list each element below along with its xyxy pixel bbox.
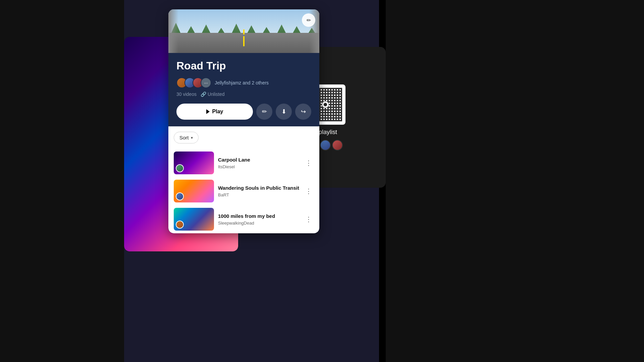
playlist-title: Road Trip	[176, 60, 311, 72]
more-avatars-button[interactable]: ···	[201, 77, 211, 88]
thumbnail-3	[174, 208, 214, 231]
more-icon-2: ⋮	[305, 187, 312, 195]
video-info-2: Wandering Souls in Public Transit BaRT	[218, 185, 299, 197]
more-menu-button-3[interactable]: ⋮	[303, 214, 314, 225]
thumb-avatar-2	[176, 192, 184, 200]
video-title-1: Carpool Lane	[218, 157, 299, 163]
bg-right	[386, 0, 644, 362]
more-menu-button-2[interactable]: ⋮	[303, 186, 314, 196]
rp-avatar-3	[332, 140, 343, 150]
sort-button[interactable]: Sort ▾	[174, 132, 199, 143]
thumbnail-1	[174, 152, 214, 174]
play-label: Play	[212, 109, 223, 115]
play-icon	[206, 109, 210, 114]
video-count: 30 videos	[176, 92, 197, 97]
avatar-stack: ···	[176, 77, 211, 88]
privacy-badge: 🔗 Unlisted	[201, 92, 225, 97]
privacy-label: Unlisted	[208, 92, 225, 97]
download-icon: ⬇	[281, 108, 286, 115]
collaborator-names: Jellyfishjamz and 2 others	[215, 80, 269, 85]
thumbnail-2	[174, 180, 214, 202]
download-button[interactable]: ⬇	[276, 104, 292, 120]
more-icon-3: ⋮	[305, 215, 312, 223]
share-button[interactable]: ↪	[295, 104, 311, 120]
rp-avatar-2	[320, 140, 331, 150]
thumb-avatar-1	[176, 164, 184, 172]
more-icon-1: ⋮	[305, 159, 312, 167]
qr-center	[322, 101, 329, 108]
pencil-icon: ✏	[307, 17, 311, 23]
action-row: Play ✏ ⬇ ↪	[176, 104, 311, 126]
edit-hero-button[interactable]: ✏	[302, 13, 315, 27]
list-section: Sort ▾ Carpool Lane ItsDiesel ⋮	[168, 126, 319, 233]
collab-row: ··· Jellyfishjamz and 2 others	[176, 77, 311, 88]
video-author-1: ItsDiesel	[218, 164, 299, 169]
video-info-1: Carpool Lane ItsDiesel	[218, 157, 299, 169]
video-item-3[interactable]: 1000 miles from my bed SleepwalkingDead …	[168, 205, 319, 233]
video-author-3: SleepwalkingDead	[218, 221, 299, 226]
link-icon: 🔗	[201, 92, 206, 97]
video-info-3: 1000 miles from my bed SleepwalkingDead	[218, 213, 299, 226]
video-title-2: Wandering Souls in Public Transit	[218, 185, 299, 191]
video-item-1[interactable]: Carpool Lane ItsDiesel ⋮	[168, 149, 319, 177]
video-author-2: BaRT	[218, 192, 299, 197]
edit-icon: ✏	[262, 108, 267, 115]
bg-left	[0, 0, 124, 362]
hero-guardrail-left	[168, 9, 178, 53]
card-content: Road Trip ··· Jellyfishjamz and 2 others…	[168, 53, 319, 126]
chevron-down-icon: ▾	[191, 135, 193, 140]
thumb-avatar-3	[176, 221, 184, 229]
play-button[interactable]: Play	[176, 104, 253, 120]
more-menu-button-1[interactable]: ⋮	[303, 158, 314, 168]
video-item-2[interactable]: Wandering Souls in Public Transit BaRT ⋮	[168, 177, 319, 205]
sort-row: Sort ▾	[168, 132, 319, 149]
main-card: ✏ Road Trip ··· Jellyfishjamz and 2 othe…	[168, 9, 319, 233]
video-title-3: 1000 miles from my bed	[218, 213, 299, 220]
share-icon: ↪	[301, 108, 306, 115]
hero-image: ✏	[168, 9, 319, 53]
edit-button[interactable]: ✏	[256, 104, 272, 120]
sort-label: Sort	[179, 135, 189, 140]
hero-road-line	[243, 36, 245, 46]
meta-row: 30 videos 🔗 Unlisted	[176, 92, 311, 97]
hero-road	[168, 33, 319, 53]
